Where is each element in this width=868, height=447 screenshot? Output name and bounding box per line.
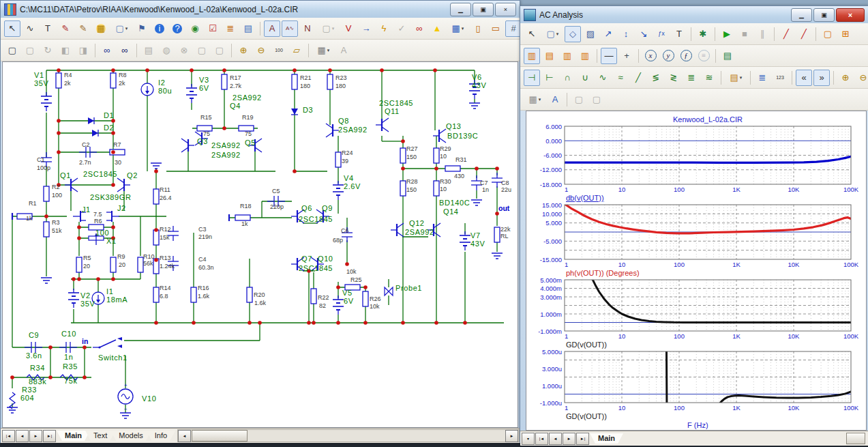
- copy-disabled-icon[interactable]: ▢▾: [317, 20, 339, 37]
- clip-region-icon[interactable]: ▢: [22, 42, 38, 59]
- low-icon[interactable]: ≈: [612, 70, 629, 86]
- properties-icon[interactable]: ✱: [695, 26, 711, 42]
- zoom-in-icon[interactable]: ⊕: [837, 70, 854, 86]
- first-page-button[interactable]: |◄: [2, 430, 15, 442]
- zoom-window-icon[interactable]: ↘: [635, 26, 652, 42]
- restore-button[interactable]: ▣: [813, 8, 835, 22]
- close-button[interactable]: ×: [495, 3, 516, 16]
- minimize-button[interactable]: ▁: [791, 8, 812, 22]
- mirror-vertical-icon[interactable]: ◨: [75, 42, 91, 59]
- info-mode-icon[interactable]: i: [151, 20, 168, 37]
- copy-tool-icon[interactable]: ▢▾: [541, 26, 563, 42]
- select-tool-icon[interactable]: ↖: [4, 20, 20, 37]
- rotate-icon[interactable]: ↻: [40, 42, 56, 59]
- tab-text[interactable]: Text: [85, 431, 115, 441]
- find-icon[interactable]: ∞: [99, 42, 115, 59]
- restore-button[interactable]: ▣: [473, 3, 494, 16]
- help-mode-icon[interactable]: ?: [169, 20, 185, 37]
- show-attribute-values-icon[interactable]: A∿: [282, 20, 298, 37]
- tab-main[interactable]: Main: [57, 431, 90, 441]
- go-to-branch-right-icon[interactable]: ⊢: [541, 70, 558, 86]
- page-dropdown-button[interactable]: ▾: [522, 433, 535, 445]
- scale-mode-icon[interactable]: ◇: [565, 26, 581, 42]
- horizontal-scrollbar[interactable]: ◄ ►: [177, 429, 520, 442]
- slope-icon[interactable]: ╱: [630, 70, 646, 86]
- last-page-button[interactable]: ►|: [43, 430, 56, 442]
- stop-icon[interactable]: ■: [736, 26, 753, 42]
- negative-slope-cursor-icon[interactable]: ╱: [796, 26, 812, 42]
- flag-mode-icon[interactable]: ⚑: [134, 20, 150, 37]
- zoom-100-icon[interactable]: 100: [271, 42, 287, 59]
- next-page-button[interactable]: ►: [563, 433, 575, 445]
- show-node-numbers-icon[interactable]: N: [299, 20, 316, 37]
- select-region-icon[interactable]: ▢: [820, 26, 836, 42]
- grid-display-icon[interactable]: ▦▾: [312, 42, 334, 59]
- find-in-files-icon[interactable]: ∞: [117, 42, 133, 59]
- cursor-mode-icon[interactable]: ▨: [582, 26, 599, 42]
- scrollbar-thumb[interactable]: [846, 433, 865, 444]
- select-area-icon[interactable]: ▢: [4, 42, 20, 59]
- page-scroll-icon[interactable]: ▱: [288, 42, 305, 59]
- fx-axis-settings-icon[interactable]: ƒ: [678, 48, 694, 64]
- tracker-cursor-icon[interactable]: +: [618, 48, 635, 64]
- device-warnings-icon[interactable]: ▲: [429, 20, 445, 37]
- chart-gd-milli[interactable]: 5.000m4.000m3.000m1.000m-1.000m1101001K1…: [530, 277, 858, 349]
- stop-sign-icon[interactable]: ◍: [158, 42, 175, 59]
- text-mode-icon[interactable]: T: [671, 26, 687, 42]
- show-power-icon[interactable]: ϟ: [376, 20, 392, 37]
- plot-group-1-icon[interactable]: ▥: [524, 48, 540, 64]
- data-points-icon[interactable]: ⊞: [837, 26, 854, 42]
- ac-titlebar[interactable]: AC Analysis ▁ ▣ ×: [520, 6, 868, 23]
- pause-icon[interactable]: ∥: [754, 26, 770, 42]
- scroll-left-arrow[interactable]: ◄: [178, 430, 191, 442]
- valley-icon[interactable]: ∪: [577, 70, 593, 86]
- zoom-out-icon[interactable]: ⊖: [253, 42, 269, 59]
- fx-scale-icon[interactable]: ƒx: [653, 26, 670, 42]
- show-node-voltages-icon[interactable]: V: [340, 20, 357, 37]
- prev-page-button[interactable]: ◄: [549, 433, 562, 445]
- link-mode-icon[interactable]: ◉: [187, 20, 203, 37]
- zoom-y-icon[interactable]: ↕: [618, 26, 634, 42]
- close-button[interactable]: ×: [836, 8, 865, 22]
- same-scales-icon[interactable]: ≡: [695, 48, 712, 64]
- mirror-horizontal-icon[interactable]: ◧: [57, 42, 74, 59]
- last-page-button[interactable]: ►|: [576, 433, 589, 445]
- numeric-output-icon[interactable]: ▤: [719, 48, 736, 64]
- plot-group-3-icon[interactable]: ▥: [559, 48, 575, 64]
- chart-gd-micro[interactable]: 5.000u3.000u1.000u-1.000u1101001K10K100K…: [530, 349, 858, 430]
- plot-group-2-icon[interactable]: ▤: [541, 48, 558, 64]
- peak-icon[interactable]: ∩: [559, 70, 575, 86]
- schematic-titlebar[interactable]: C:\MC11\DATA\Petrov\RIAA\Kenwood\Kenwood…: [1, 1, 520, 18]
- schematic-svg[interactable]: +−V135VR42kR82kI280uV36VR172.7k2SA992Q4R…: [3, 62, 518, 426]
- high-icon[interactable]: ∿: [595, 70, 611, 86]
- global-low-icon[interactable]: ≣: [683, 70, 700, 86]
- replace-icon[interactable]: ▤: [140, 42, 157, 59]
- new-page-icon[interactable]: ▯: [470, 20, 486, 37]
- zoom-in-icon[interactable]: ⊕: [235, 42, 252, 59]
- page-doc-icon[interactable]: ▭: [488, 20, 504, 37]
- select-tool-icon[interactable]: ↖: [524, 26, 540, 42]
- zoom-out-icon[interactable]: ⊖: [855, 70, 868, 86]
- first-page-button[interactable]: |◄: [535, 433, 548, 445]
- positive-slope-cursor-icon[interactable]: ╱: [778, 26, 794, 42]
- next-page-button[interactable]: ►: [29, 430, 42, 442]
- copy-page-icon[interactable]: ▢: [571, 91, 587, 108]
- grid-options-icon[interactable]: ▦▾: [447, 20, 468, 37]
- cursor-right-icon[interactable]: »: [813, 70, 830, 86]
- shapes-icon[interactable]: ▢▾: [110, 20, 132, 37]
- line-draw-icon[interactable]: ✎: [57, 20, 74, 37]
- output-window-icon[interactable]: ≣: [754, 70, 770, 86]
- inflection-icon[interactable]: ≶: [648, 70, 664, 86]
- component-list-icon[interactable]: ≣: [222, 20, 239, 37]
- show-conditions-icon[interactable]: ✓: [393, 20, 410, 37]
- cursor-left-icon[interactable]: «: [796, 70, 812, 86]
- show-currents-icon[interactable]: →: [358, 20, 374, 37]
- schematic-canvas[interactable]: +−V135VR42kR82kI280uV36VR172.7k2SA992Q4R…: [2, 61, 518, 428]
- wire-mode-icon[interactable]: ∿: [22, 20, 38, 37]
- clipboard-icon[interactable]: ▤▾: [725, 70, 747, 86]
- text-display-icon[interactable]: A: [335, 42, 352, 59]
- chart-db[interactable]: 6.0000.000-6.000-12.000-18.0001101001K10…: [530, 114, 858, 202]
- copy-group-icon[interactable]: ▢: [194, 42, 210, 59]
- run-icon[interactable]: ▶: [719, 26, 735, 42]
- find-component-icon[interactable]: ▦: [93, 20, 109, 37]
